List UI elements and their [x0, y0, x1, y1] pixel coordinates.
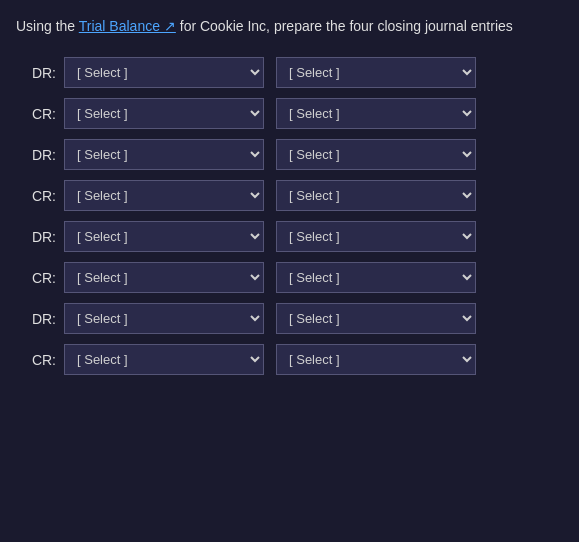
select-dr3-left[interactable]: [ Select ] — [64, 221, 264, 252]
entry-row-dr2: DR: [ Select ] [ Select ] — [16, 139, 563, 170]
select-dr1-left[interactable]: [ Select ] — [64, 57, 264, 88]
select-dr1-right[interactable]: [ Select ] — [276, 57, 476, 88]
label-cr2: CR: — [16, 188, 56, 204]
label-dr3: DR: — [16, 229, 56, 245]
entry-row-cr4: CR: [ Select ] [ Select ] — [16, 344, 563, 375]
entry-row-cr2: CR: [ Select ] [ Select ] — [16, 180, 563, 211]
select-cr1-left[interactable]: [ Select ] — [64, 98, 264, 129]
select-dr4-left[interactable]: [ Select ] — [64, 303, 264, 334]
entry-row-dr3: DR: [ Select ] [ Select ] — [16, 221, 563, 252]
select-cr2-right[interactable]: [ Select ] — [276, 180, 476, 211]
header-text-after: for Cookie Inc, prepare the four closing… — [176, 18, 513, 34]
select-cr4-right[interactable]: [ Select ] — [276, 344, 476, 375]
label-dr2: DR: — [16, 147, 56, 163]
select-dr2-left[interactable]: [ Select ] — [64, 139, 264, 170]
select-cr3-left[interactable]: [ Select ] — [64, 262, 264, 293]
select-dr2-right[interactable]: [ Select ] — [276, 139, 476, 170]
select-cr2-left[interactable]: [ Select ] — [64, 180, 264, 211]
page-header: Using the Trial Balance ↗ for Cookie Inc… — [16, 16, 563, 37]
select-dr3-right[interactable]: [ Select ] — [276, 221, 476, 252]
select-cr1-right[interactable]: [ Select ] — [276, 98, 476, 129]
header-text-before: Using the — [16, 18, 79, 34]
entry-row-dr4: DR: [ Select ] [ Select ] — [16, 303, 563, 334]
select-cr4-left[interactable]: [ Select ] — [64, 344, 264, 375]
trial-balance-link[interactable]: Trial Balance ↗ — [79, 18, 176, 34]
journal-entries-container: DR: [ Select ] [ Select ] CR: [ Select ]… — [16, 57, 563, 375]
label-cr1: CR: — [16, 106, 56, 122]
select-dr4-right[interactable]: [ Select ] — [276, 303, 476, 334]
label-dr4: DR: — [16, 311, 56, 327]
entry-row-dr1: DR: [ Select ] [ Select ] — [16, 57, 563, 88]
label-dr1: DR: — [16, 65, 56, 81]
label-cr4: CR: — [16, 352, 56, 368]
entry-row-cr1: CR: [ Select ] [ Select ] — [16, 98, 563, 129]
label-cr3: CR: — [16, 270, 56, 286]
select-cr3-right[interactable]: [ Select ] — [276, 262, 476, 293]
entry-row-cr3: CR: [ Select ] [ Select ] — [16, 262, 563, 293]
